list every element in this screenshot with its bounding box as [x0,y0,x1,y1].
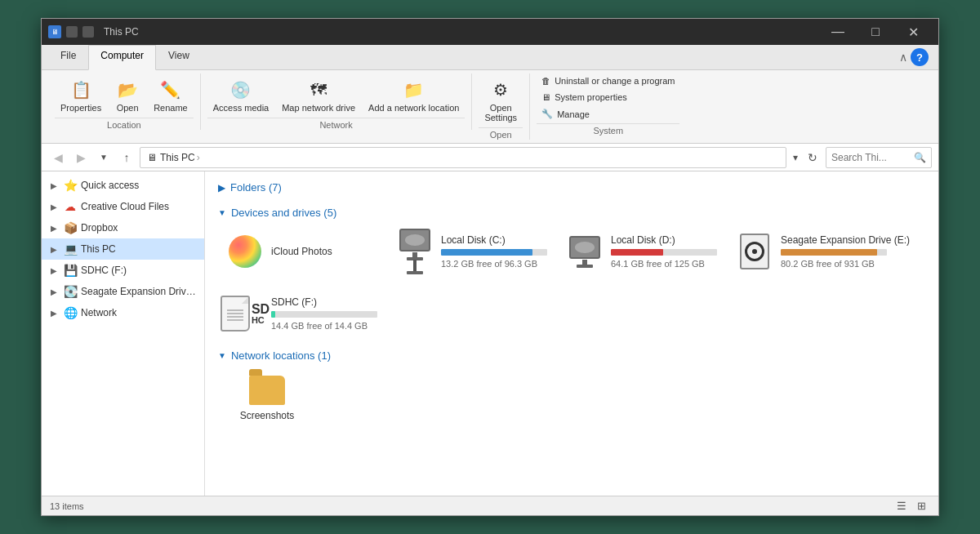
refresh-button[interactable]: ↻ [803,148,822,167]
access-media-label: Access media [213,103,269,113]
sidebar-label-network: Network [81,307,198,318]
sd-card-visual [220,296,250,332]
folders-section-header[interactable]: ▶ Folders (7) [218,178,925,200]
map-drive-button[interactable]: 🗺 Map network drive [276,73,361,116]
quick-access-icon: ⭐ [63,178,78,193]
ribbon-collapse-icon[interactable]: ∧ [899,51,907,64]
search-box: 🔍 [826,147,932,168]
tab-file[interactable]: File [48,45,88,70]
recent-locations-button[interactable]: ▼ [94,148,114,167]
sidebar-item-quick-access[interactable]: ▶ ⭐ Quick access [42,175,204,196]
open-settings-button[interactable]: ⚙ OpenSettings [479,73,523,126]
sidebar-item-this-pc[interactable]: ▶ 💻 This PC [42,238,204,260]
address-dropdown-button[interactable]: ▾ [790,150,801,165]
screenshots-folder-item[interactable]: Screenshots [218,367,316,429]
window-icon: 🖥 [48,25,61,38]
uninstall-button[interactable]: 🗑 Uninstall or change a program [537,73,679,88]
title-bar-left: 🖥 This PC [48,25,139,38]
drive-item-c[interactable]: Local Disk (C:) 13.2 GB free of 96.3 GB [388,224,551,279]
up-button[interactable]: ↑ [117,148,136,167]
sdhc-drive-bar-bg [271,311,377,318]
seagate-dot [752,249,757,254]
status-bar: 13 items ☰ ⊞ [42,496,938,515]
open-settings-label: OpenSettings [484,103,517,122]
screenshots-folder-visual [249,376,285,405]
d-drive-bar [611,249,663,256]
network-group-label: Network [207,118,466,130]
ribbon-group-system: 🗑 Uninstall or change a program 🖥 System… [530,73,686,136]
network-locations-arrow-icon: ▼ [218,351,226,360]
manage-icon: 🔧 [541,109,553,119]
help-button[interactable]: ? [911,48,929,66]
path-pc-icon: 🖥 [147,152,157,163]
sd-line-2 [227,313,243,314]
minimize-button[interactable]: — [819,19,857,45]
rename-button[interactable]: ✏️ Rename [148,73,194,116]
add-network-button[interactable]: 📁 Add a network location [363,73,465,116]
sidebar: ▶ ⭐ Quick access ▶ ☁ Creative Cloud File… [42,171,205,496]
c-drive-bar [441,249,532,256]
grid-view-button[interactable]: ⊞ [912,498,930,514]
access-media-button[interactable]: 💿 Access media [207,73,274,116]
window-title: This PC [104,26,139,38]
network-grid: Screenshots [218,367,925,429]
properties-button[interactable]: 📋 Properties [55,73,107,116]
drive-item-icloud[interactable]: iCloud Photos [218,224,381,279]
rename-label: Rename [154,103,188,113]
add-network-icon: 📁 [401,77,427,103]
sidebar-item-dropbox[interactable]: ▶ 📦 Dropbox [42,217,204,238]
d-drive-bar-bg [611,249,717,256]
maximize-button[interactable]: □ [857,19,894,45]
hdd-d-icon [567,234,603,269]
screenshots-folder-icon [247,374,287,407]
devices-arrow-icon: ▼ [218,208,226,217]
close-button[interactable]: ✕ [894,19,932,45]
creative-cloud-arrow: ▶ [48,201,60,212]
sidebar-item-network[interactable]: ▶ 🌐 Network [42,302,204,323]
address-path[interactable]: 🖥 This PC › [140,147,786,168]
uninstall-label: Uninstall or change a program [555,76,675,86]
forward-button[interactable]: ▶ [71,148,91,167]
system-properties-button[interactable]: 🖥 System properties [537,90,679,105]
tab-view[interactable]: View [156,45,202,70]
path-thispc: This PC [160,152,195,163]
seagate-sidebar-icon: 💽 [63,284,78,299]
network-section-header[interactable]: ▼ Network locations (1) [218,349,925,362]
main-area: ▶ ⭐ Quick access ▶ ☁ Creative Cloud File… [42,171,938,496]
sidebar-item-sdhc[interactable]: ▶ 💾 SDHC (F:) [42,260,204,281]
add-network-label: Add a network location [368,103,459,113]
quick-access-arrow: ▶ [48,180,60,191]
sidebar-label-dropbox: Dropbox [81,222,198,234]
list-view-button[interactable]: ☰ [893,498,911,514]
search-input[interactable] [831,152,914,163]
sidebar-item-seagate[interactable]: ▶ 💽 Seagate Expansion Drive (E:) [42,281,204,302]
tab-computer[interactable]: Computer [88,45,156,70]
drive-item-d[interactable]: Local Disk (D:) 64.1 GB free of 125 GB [558,224,721,279]
content-area: ▶ Folders (7) ▼ Devices and drives (5) i… [205,171,938,496]
address-bar: ◀ ▶ ▼ ↑ 🖥 This PC › ▾ ↻ 🔍 [42,144,938,171]
drive-item-seagate[interactable]: Seagate Expansion Drive (E:) 80.2 GB fre… [728,224,891,279]
icloud-drive-icon [227,234,263,269]
sd-notch [242,297,248,304]
properties-label: Properties [60,103,101,113]
icloud-drive-info: iCloud Photos [271,246,372,257]
open-button[interactable]: 📂 Open [109,73,146,116]
drive-item-sdhc[interactable]: SD HC SDHC (F:) 14.4 GB free of 14.4 GB [218,286,381,341]
back-button[interactable]: ◀ [48,148,68,167]
system-group-label: System [537,123,679,136]
properties-icon: 📋 [68,77,94,103]
sidebar-item-creative-cloud[interactable]: ▶ ☁ Creative Cloud Files [42,196,204,217]
address-controls: ▾ ↻ [790,148,822,167]
uninstall-icon: 🗑 [541,76,550,86]
hdd-c-icon [397,234,433,269]
manage-button[interactable]: 🔧 Manage [537,106,679,122]
seagate-drive-info: Seagate Expansion Drive (E:) 80.2 GB fre… [781,234,910,269]
sidebar-label-seagate: Seagate Expansion Drive (E:) [81,286,198,297]
sdhc-drive-info: SDHC (F:) 14.4 GB free of 14.4 GB [271,296,377,331]
title-bar: 🖥 This PC — □ ✕ [42,19,938,45]
c-drive-bar-bg [441,249,547,256]
map-drive-icon: 🗺 [305,77,332,103]
ribbon-tabs: File Computer View ∧ ? [42,45,938,70]
devices-section-header[interactable]: ▼ Devices and drives (5) [218,207,925,219]
ribbon-group-location: 📋 Properties 📂 Open ✏️ Rename Location [48,73,201,130]
